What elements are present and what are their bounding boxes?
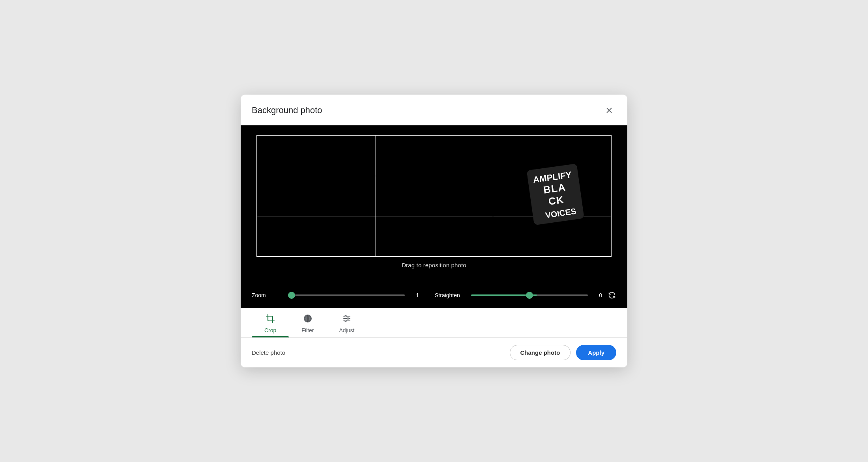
svg-point-12 (345, 315, 346, 317)
dialog-footer: Delete photo Change photo Apply (241, 338, 627, 367)
footer-actions: Change photo Apply (510, 345, 617, 360)
crop-canvas[interactable]: AMPLIFY BLA CK VOICES (256, 135, 612, 257)
straighten-label: Straighten (435, 292, 466, 298)
svg-point-14 (345, 320, 346, 322)
zoom-value: 1 (410, 292, 419, 298)
filter-icon (303, 314, 312, 326)
crop-icon (266, 314, 275, 326)
change-photo-button[interactable]: Change photo (510, 345, 571, 360)
straighten-slider[interactable] (471, 294, 588, 296)
zoom-label: Zoom (252, 292, 283, 298)
zoom-slider[interactable] (288, 294, 405, 296)
straighten-value: 0 (593, 292, 602, 298)
image-editor-area[interactable]: AMPLIFY BLA CK VOICES Drag to reposition… (241, 125, 627, 291)
apply-button[interactable]: Apply (576, 345, 616, 360)
drag-hint: Drag to reposition photo (402, 262, 466, 268)
tab-crop[interactable]: Crop (252, 308, 289, 337)
adjust-icon (342, 314, 352, 326)
svg-point-13 (347, 318, 349, 319)
zoom-group: Zoom 1 (252, 292, 419, 298)
dialog-title: Background photo (252, 105, 322, 116)
tab-crop-label: Crop (264, 327, 276, 337)
tab-adjust-label: Adjust (339, 327, 354, 337)
delete-photo-button[interactable]: Delete photo (252, 346, 285, 359)
svg-text:CK: CK (548, 194, 565, 207)
tab-adjust[interactable]: Adjust (326, 308, 367, 337)
background-photo-dialog: Background photo (241, 95, 627, 367)
sliders-section: Zoom 1 Straighten 0 (241, 291, 627, 308)
reset-button[interactable] (608, 291, 616, 300)
photo-content: AMPLIFY BLA CK VOICES (524, 164, 587, 228)
close-button[interactable] (602, 103, 616, 117)
tab-filter-label: Filter (301, 327, 314, 337)
tab-filter[interactable]: Filter (289, 308, 326, 337)
dialog-header: Background photo (241, 95, 627, 125)
straighten-group: Straighten 0 (435, 292, 602, 298)
sliders-row: Zoom 1 Straighten 0 (252, 291, 616, 300)
tabs-section: Crop Filter (241, 308, 627, 338)
